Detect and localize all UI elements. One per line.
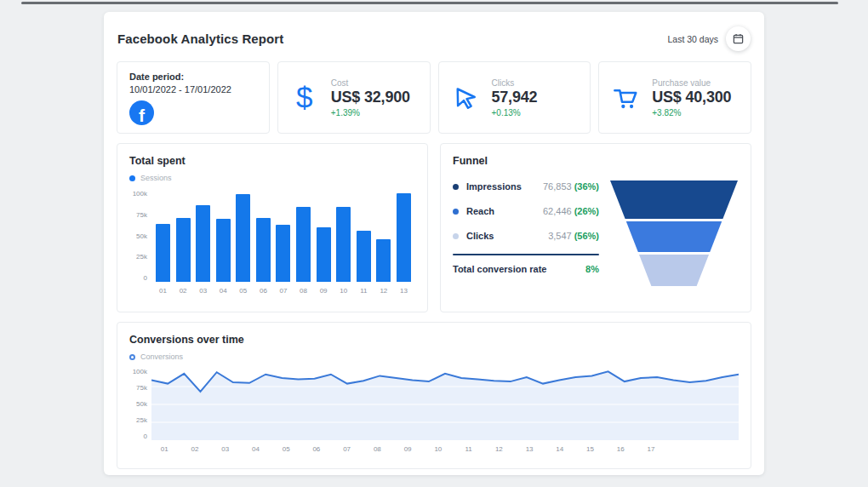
bar-03[interactable] — [196, 205, 210, 282]
cart-icon — [610, 84, 641, 112]
bar-08[interactable] — [296, 207, 311, 282]
x-tick-label: 07 — [343, 445, 351, 453]
y-tick-label: 100k — [129, 191, 147, 198]
x-tick-label: 09 — [317, 287, 331, 295]
x-tick-label: 07 — [276, 287, 290, 295]
bar-09[interactable] — [317, 227, 331, 282]
x-tick-label: 06 — [256, 287, 271, 295]
legend-ring-icon — [129, 354, 135, 360]
x-tick-label: 05 — [283, 445, 290, 453]
bar-04[interactable] — [216, 219, 231, 282]
bar-12[interactable] — [376, 239, 391, 282]
y-tick-label: 25k — [129, 417, 147, 424]
x-tick-label: 13 — [526, 445, 534, 453]
facebook-icon: f — [129, 100, 154, 125]
report-panel: Facebook Analytics Report Last 30 days D… — [104, 12, 764, 475]
clicks-card: Clicks 57,942 +0.13% — [438, 61, 591, 134]
x-tick-label: 11 — [465, 445, 471, 453]
y-tick-label: 25k — [129, 254, 147, 261]
funnel-title: Funnel — [453, 155, 739, 167]
bar-11[interactable] — [357, 231, 371, 282]
clicks-value: 57,942 — [492, 89, 538, 106]
cost-card: $ Cost US$ 32,900 +1.39% — [277, 61, 431, 134]
x-tick-label: 09 — [404, 445, 412, 453]
date-period-value: 10/01/2022 - 17/01/2022 — [129, 84, 257, 95]
date-range-label[interactable]: Last 30 days — [667, 34, 718, 44]
date-period-label: Date period: — [129, 72, 257, 82]
funnel-row-reach: Reach 62,446 (26%) — [453, 206, 599, 216]
line-chart-yaxis: 100k75k50k25k0 — [129, 369, 151, 440]
cost-delta: +1.39% — [331, 108, 410, 117]
funnel-segment-impressions — [610, 180, 738, 219]
line-chart[interactable]: 100k75k50k25k0 — [129, 369, 739, 440]
x-tick-label: 02 — [191, 445, 198, 453]
bar-05[interactable] — [236, 194, 250, 282]
cost-label: Cost — [331, 78, 410, 88]
x-tick-label: 14 — [556, 445, 563, 453]
x-tick-label: 04 — [252, 445, 260, 453]
dollar-icon: $ — [289, 83, 320, 112]
y-tick-label: 100k — [129, 369, 147, 375]
funnel-total-row: Total conversion rate 8% — [453, 264, 599, 274]
funnel-segment-reach — [626, 221, 722, 252]
x-tick-label: 10 — [336, 287, 351, 295]
bar-13[interactable] — [397, 193, 411, 282]
purchase-value-value: US$ 40,300 — [652, 89, 731, 106]
funnel-card: Funnel Impressions 76,853 (36%) Reach 62… — [440, 143, 751, 312]
x-tick-label: 17 — [648, 445, 655, 453]
purchase-value-label: Purchase value — [652, 78, 731, 88]
y-tick-label: 75k — [129, 212, 147, 219]
purchase-value-card: Purchase value US$ 40,300 +3.82% — [598, 61, 751, 134]
x-tick-label: 04 — [216, 287, 231, 295]
x-tick-label: 02 — [176, 287, 191, 295]
conversions-legend[interactable]: Conversions — [129, 352, 739, 361]
funnel-chart[interactable] — [609, 167, 739, 293]
x-tick-label: 05 — [236, 287, 250, 295]
calendar-icon — [733, 33, 744, 44]
bar-07[interactable] — [276, 225, 290, 282]
purchase-value-delta: +3.82% — [652, 108, 731, 117]
y-tick-label: 0 — [129, 275, 147, 282]
y-tick-label: 0 — [129, 433, 147, 440]
x-tick-label: 08 — [374, 445, 381, 453]
bar-02[interactable] — [176, 218, 191, 282]
x-tick-label: 11 — [357, 287, 371, 295]
top-progress-strip — [21, 2, 838, 4]
cost-value: US$ 32,900 — [331, 89, 410, 106]
page-title: Facebook Analytics Report — [117, 32, 283, 46]
x-tick-label: 15 — [586, 445, 594, 453]
clicks-label: Clicks — [492, 78, 538, 88]
sessions-legend[interactable]: Sessions — [129, 174, 415, 182]
bar-chart[interactable]: 100k75k50k25k0 — [129, 191, 415, 282]
clicks-delta: +0.13% — [492, 108, 538, 117]
conversions-title: Conversions over time — [129, 334, 739, 346]
x-tick-label: 12 — [376, 287, 391, 295]
y-tick-label: 50k — [129, 233, 147, 240]
bar-10[interactable] — [336, 207, 351, 282]
y-tick-label: 50k — [129, 401, 147, 408]
bar-chart-yaxis: 100k75k50k25k0 — [129, 191, 151, 282]
impressions-dot-icon — [453, 184, 459, 190]
total-spent-title: Total spent — [129, 155, 415, 167]
date-range-selector[interactable]: Last 30 days — [667, 26, 751, 51]
total-conversion-rate-value: 8% — [585, 264, 599, 274]
bar-01[interactable] — [156, 224, 170, 283]
line-chart-xaxis: 0102030405060708091011121314151617 — [151, 445, 739, 455]
x-tick-label: 10 — [434, 445, 442, 453]
bar-chart-plot[interactable] — [151, 191, 415, 282]
reach-dot-icon — [453, 209, 459, 215]
x-tick-label: 06 — [312, 445, 320, 453]
x-tick-label: 03 — [221, 445, 229, 453]
calendar-button[interactable] — [726, 26, 751, 51]
funnel-row-clicks: Clicks 3,547 (56%) — [453, 231, 599, 241]
x-tick-label: 03 — [196, 287, 210, 295]
bar-chart-xaxis: 01020304050607080910111213 — [151, 287, 415, 295]
date-period-card: Date period: 10/01/2022 - 17/01/2022 f — [117, 61, 270, 134]
cursor-icon — [450, 85, 481, 111]
conversions-card: Conversions over time Conversions 100k75… — [117, 322, 751, 469]
funnel-divider — [453, 254, 599, 255]
bar-06[interactable] — [256, 218, 271, 282]
panel-header: Facebook Analytics Report Last 30 days — [104, 12, 764, 61]
x-tick-label: 01 — [161, 445, 168, 453]
line-chart-plot[interactable] — [151, 369, 739, 440]
